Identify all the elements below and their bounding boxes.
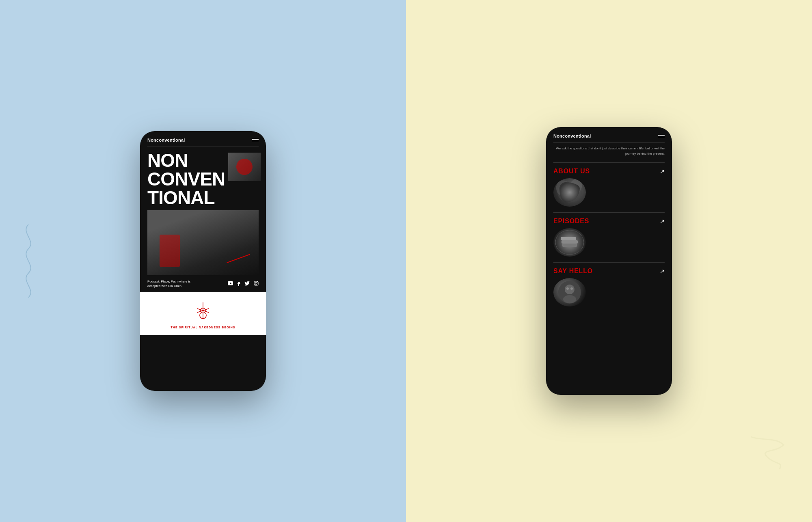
nav-section: ABOUT US ↗ EPISODES bbox=[546, 162, 672, 312]
nav-arrow-sayhello: ↗ bbox=[660, 268, 665, 274]
hamburger-icon-left[interactable] bbox=[252, 139, 259, 141]
twitter-icon[interactable] bbox=[244, 281, 250, 287]
svg-rect-15 bbox=[562, 244, 577, 247]
facebook-icon[interactable] bbox=[237, 281, 240, 287]
social-text: Podcast, Place, Path where is accepted w… bbox=[147, 279, 200, 288]
nav-label-episodes: EPISODES bbox=[553, 218, 589, 225]
nav-item-episodes[interactable]: EPISODES ↗ bbox=[546, 213, 672, 262]
instagram-icon[interactable] bbox=[254, 281, 259, 287]
svg-point-9 bbox=[557, 182, 582, 203]
nav-label-sayhello: SAY HELLO bbox=[553, 267, 593, 275]
nav-item-episodes-header: EPISODES ↗ bbox=[553, 218, 665, 225]
nav-item-about[interactable]: ABOUT US ↗ bbox=[546, 163, 672, 212]
nav-image-about bbox=[553, 178, 586, 207]
youtube-icon[interactable] bbox=[228, 281, 233, 286]
thumb-face-image bbox=[228, 153, 261, 181]
phone-left-title: Nonconventional bbox=[147, 138, 185, 142]
right-panel: Nonconventional We ask the questions tha… bbox=[406, 0, 812, 522]
svg-rect-2 bbox=[254, 281, 258, 285]
hero-title-text: NON CONVEN TIONAL bbox=[147, 151, 225, 207]
hamburger-icon-right[interactable] bbox=[658, 135, 665, 137]
left-panel: Nonconventional NON CONVEN TIONAL bbox=[0, 0, 406, 522]
bottom-tagline: THE SPIRITUAL NAKEDNESS BEGINS bbox=[147, 326, 259, 329]
svg-point-3 bbox=[255, 283, 257, 285]
nav-item-sayhello[interactable]: SAY HELLO ↗ bbox=[546, 263, 672, 312]
svg-point-18 bbox=[565, 285, 574, 294]
intro-text: We ask the questions that don't just des… bbox=[553, 146, 665, 157]
svg-rect-13 bbox=[561, 240, 578, 244]
social-icons bbox=[228, 281, 259, 287]
nav-item-sayhello-header: SAY HELLO ↗ bbox=[553, 267, 665, 275]
bottom-logo-icon bbox=[147, 300, 259, 323]
hero-main-image bbox=[147, 210, 259, 275]
svg-rect-14 bbox=[561, 237, 576, 240]
svg-point-10 bbox=[554, 178, 573, 198]
hero-title: NON CONVEN TIONAL bbox=[147, 151, 225, 207]
intro-text-block: We ask the questions that don't just des… bbox=[546, 143, 672, 162]
phone-right-header: Nonconventional bbox=[546, 127, 672, 142]
hero-person-image bbox=[147, 210, 259, 275]
phone-left: Nonconventional NON CONVEN TIONAL bbox=[140, 131, 266, 391]
nav-image-sayhello bbox=[553, 278, 586, 306]
svg-point-19 bbox=[563, 295, 576, 303]
social-bar: Podcast, Place, Path where is accepted w… bbox=[140, 275, 266, 292]
nav-item-about-header: ABOUT US ↗ bbox=[553, 168, 665, 175]
nav-image-episodes bbox=[553, 228, 586, 257]
phone-bottom-white: THE SPIRITUAL NAKEDNESS BEGINS bbox=[140, 292, 266, 335]
phone-right-title: Nonconventional bbox=[553, 134, 591, 138]
svg-point-12 bbox=[566, 189, 573, 196]
phone-left-header: Nonconventional bbox=[140, 131, 266, 147]
nav-label-about: ABOUT US bbox=[553, 168, 590, 175]
svg-point-21 bbox=[570, 287, 573, 290]
nav-arrow-episodes: ↗ bbox=[660, 218, 665, 224]
svg-point-4 bbox=[257, 282, 258, 283]
hero-title-area: NON CONVEN TIONAL bbox=[147, 151, 259, 207]
hero-section: NON CONVEN TIONAL bbox=[140, 147, 266, 275]
nav-arrow-about: ↗ bbox=[660, 168, 665, 175]
hero-thumbnail bbox=[228, 153, 261, 181]
sparkle-icon bbox=[195, 300, 211, 323]
phone-right: Nonconventional We ask the questions tha… bbox=[546, 127, 672, 395]
svg-point-20 bbox=[566, 287, 569, 290]
